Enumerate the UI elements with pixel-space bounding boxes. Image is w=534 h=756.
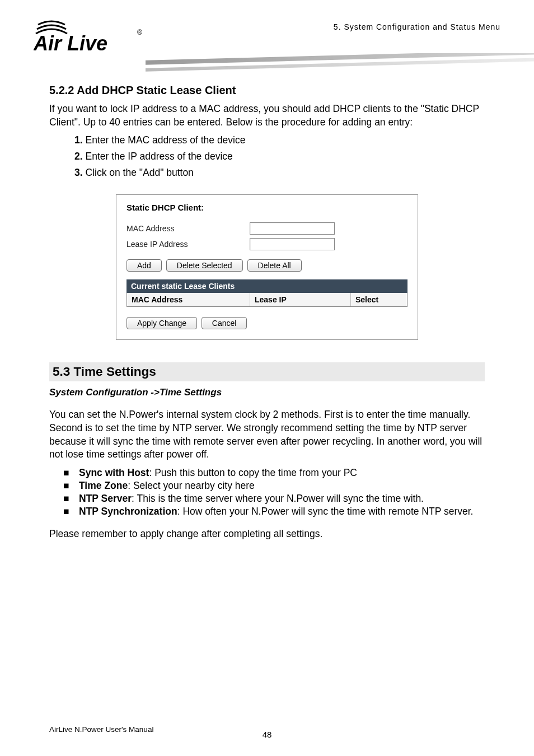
time-settings-paragraph: You can set the N.Power's internal syste… [49,408,485,461]
step-number: 2. [74,151,83,162]
breadcrumb: 5. System Configuration and Status Menu [334,22,500,31]
bullet-bold: Time Zone [79,480,128,491]
cancel-button[interactable]: Cancel [202,317,247,329]
delete-all-button[interactable]: Delete All [247,259,302,272]
bullet-text: : Select your nearby city here [128,480,255,491]
time-settings-bullets: ■Sync with Host: Push this button to cop… [63,467,485,517]
mac-address-label: MAC Address [127,224,250,233]
mac-address-input[interactable] [250,222,335,235]
add-button[interactable]: Add [127,259,162,272]
page-number: 48 [0,730,534,739]
table-section-header: Current static Lease Clients [127,279,407,293]
nav-path: System Configuration ->Time Settings [49,387,485,398]
bullet-square-icon: ■ [63,480,79,492]
airlive-logo: Air Live ® [34,17,151,58]
lease-table-header-row: MAC Address Lease IP Select [127,293,407,307]
col-mac: MAC Address [127,293,250,306]
svg-text:®: ® [137,29,142,36]
step-text: Enter the MAC address of the device [85,134,245,146]
step-text: Click on the "Add" button [85,167,193,178]
heading-5-2-2: 5.2.2 Add DHCP Static Lease Client [49,84,485,97]
procedure-list: 1. Enter the MAC address of the device 2… [74,134,485,179]
bullet-square-icon: ■ [63,467,79,479]
step-number: 3. [74,167,83,178]
apply-change-button[interactable]: Apply Change [127,317,197,329]
col-select: Select [351,293,407,306]
delete-selected-button[interactable]: Delete Selected [166,259,243,272]
bullet-text: : Push this button to copy the time from… [149,467,357,478]
bullet-square-icon: ■ [63,493,79,505]
static-dhcp-screenshot: Static DHCP Client: MAC Address Lease IP… [116,194,418,340]
header-divider-graphic [146,53,534,76]
bullet-bold: NTP Server [79,493,132,504]
intro-paragraph: If you want to lock IP address to a MAC … [49,102,485,129]
step-text: Enter the IP address of the device [85,151,232,162]
svg-text:Air Live: Air Live [34,32,107,55]
bullet-bold: Sync with Host [79,467,149,478]
step-number: 1. [74,134,83,146]
heading-5-3: 5.3 Time Settings [49,362,485,381]
page-header: 5. System Configuration and Status Menu … [0,0,534,73]
lease-ip-label: Lease IP Address [127,240,250,249]
bullet-text: : This is the time server where your N.P… [132,493,424,504]
closing-paragraph: Please remember to apply change after co… [49,528,485,541]
screenshot-title: Static DHCP Client: [127,203,407,212]
bullet-text: : How often your N.Power will sync the t… [177,506,474,517]
lease-ip-input[interactable] [250,238,335,250]
bullet-bold: NTP Synchronization [79,506,177,517]
col-lease-ip: Lease IP [250,293,351,306]
bullet-square-icon: ■ [63,506,79,517]
